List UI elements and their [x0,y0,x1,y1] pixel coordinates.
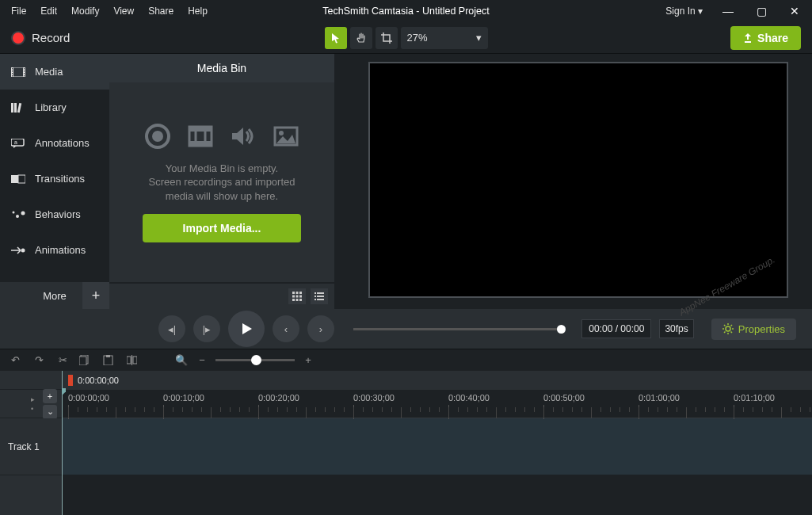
playhead[interactable] [62,371,63,515]
media-bin-title: Media Bin [109,54,334,82]
svg-rect-45 [317,299,324,300]
media-icon [11,67,25,78]
marker-toggle-button[interactable]: ▸ [31,395,35,403]
sidebar-item-media[interactable]: Media [0,54,109,90]
sidebar-item-label: Animations [35,244,86,256]
pan-tool[interactable] [350,27,372,49]
seek-handle[interactable] [557,325,566,334]
step-forward-button[interactable]: › [307,315,334,342]
timeline-tracks-area[interactable]: 0:00:00;00 0:00:00;000:00:10;000:00:20;0… [62,371,812,515]
canvas-tool-cluster: 27% ▾ [325,27,488,49]
svg-point-18 [13,211,15,213]
zoom-value: 27% [407,32,428,44]
menu-modify[interactable]: Modify [65,2,105,20]
track-options-button[interactable]: ⌄ [43,405,57,419]
chevron-down-icon: ▾ [476,32,482,44]
sign-in-dropdown[interactable]: Sign In ▾ [661,4,707,18]
zoom-slider-track[interactable] [215,359,295,361]
svg-rect-33 [299,292,302,294]
minimize-button[interactable]: — [715,5,741,17]
sidebar-item-library[interactable]: Library [0,90,109,125]
import-media-button[interactable]: Import Media... [143,214,301,242]
step-back-button[interactable]: ‹ [273,315,299,342]
zoom-in-button[interactable]: + [301,354,315,366]
seek-bar[interactable] [353,328,562,330]
paste-button[interactable] [103,355,117,365]
menu-edit[interactable]: Edit [34,2,63,20]
share-button[interactable]: Share [730,26,801,50]
sidebar-item-annotations[interactable]: a Annotations [0,125,109,161]
select-tool[interactable] [325,27,347,49]
upload-icon [743,32,753,44]
record-label: Record [32,31,70,44]
maximize-button[interactable]: ▢ [749,5,774,17]
crop-tool[interactable] [376,27,398,49]
marker-controls [0,371,62,390]
svg-rect-42 [315,296,316,297]
list-view-button[interactable] [311,288,328,304]
marker-strip[interactable]: 0:00:00;00 [62,371,812,390]
track-1-header[interactable]: Track 1 [0,418,62,475]
preview-canvas[interactable]: AppNee Freeware Group. [368,62,788,298]
media-bin-empty-msg: Your Media Bin is empty. Screen recordin… [149,162,295,204]
sidebar-item-label: Annotations [35,137,90,149]
timeline-ruler[interactable]: 0:00:00;000:00:10;000:00:20;000:00:30;00… [62,390,812,418]
timecode-display: 00:00 / 00:00 [581,319,651,338]
menu-file[interactable]: File [5,2,32,20]
record-icon [11,31,25,45]
svg-rect-26 [189,141,212,146]
more-button[interactable]: More + [0,282,109,309]
marker-time: 0:00:00;00 [78,376,119,385]
zoom-out-button[interactable]: − [195,354,209,366]
title-bar: File Edit Modify View Share Help TechSmi… [0,0,812,22]
svg-rect-44 [315,299,316,300]
svg-rect-39 [299,299,302,301]
marker-flag-icon [68,375,73,386]
record-circle-icon [143,122,172,151]
svg-rect-36 [299,296,302,298]
thumbnail-view-button[interactable] [288,288,306,304]
ruler-major-label: 0:00:50;00 [543,393,585,402]
undo-button[interactable]: ↶ [8,354,22,366]
track-controls: ▸ • + ⌄ [0,390,62,418]
sidebar-item-label: Library [35,101,67,113]
menu-share[interactable]: Share [142,2,180,20]
more-label: More [43,290,67,302]
track-1-label: Track 1 [8,441,40,452]
split-button[interactable] [127,355,141,365]
svg-rect-3 [12,68,13,70]
prev-frame-button[interactable]: ◂| [158,315,185,342]
add-track-button[interactable]: + [43,389,57,403]
svg-rect-37 [292,299,295,301]
svg-rect-4 [12,71,13,72]
close-button[interactable]: ✕ [782,5,807,17]
properties-button[interactable]: Properties [711,319,796,340]
track-1-body[interactable] [62,418,812,475]
ruler-major-label: 0:00:40;00 [448,393,490,402]
sidebar-item-transitions[interactable]: Transitions [0,161,109,196]
fps-selector[interactable]: 30fps [659,319,693,338]
sidebar-item-label: Media [35,66,63,78]
add-tab-button[interactable]: + [82,282,109,309]
svg-rect-17 [18,175,25,183]
record-button[interactable]: Record [11,31,70,45]
sidebar-item-behaviors[interactable]: Behaviors [0,196,109,232]
svg-rect-9 [24,73,25,74]
quiz-toggle-button[interactable]: • [31,405,35,413]
redo-button[interactable]: ↷ [32,354,46,366]
copy-button[interactable] [79,355,93,365]
zoom-slider-handle[interactable] [251,355,261,365]
cut-button[interactable]: ✂ [55,354,70,366]
sidebar-item-animations[interactable]: Animations [0,232,109,268]
next-frame-button[interactable]: |▸ [193,315,220,342]
play-button[interactable] [228,311,265,347]
svg-rect-48 [79,357,86,365]
menu-help[interactable]: Help [181,2,214,20]
svg-point-19 [16,215,19,218]
sidebar-item-label: Behaviors [35,208,81,220]
svg-rect-43 [317,296,324,297]
zoom-dropdown[interactable]: 27% ▾ [401,27,488,49]
menu-view[interactable]: View [107,2,140,20]
timeline-toolbar: ↶ ↷ ✂ 🔍 − + [0,349,812,371]
preview-area: AppNee Freeware Group. [334,54,812,309]
